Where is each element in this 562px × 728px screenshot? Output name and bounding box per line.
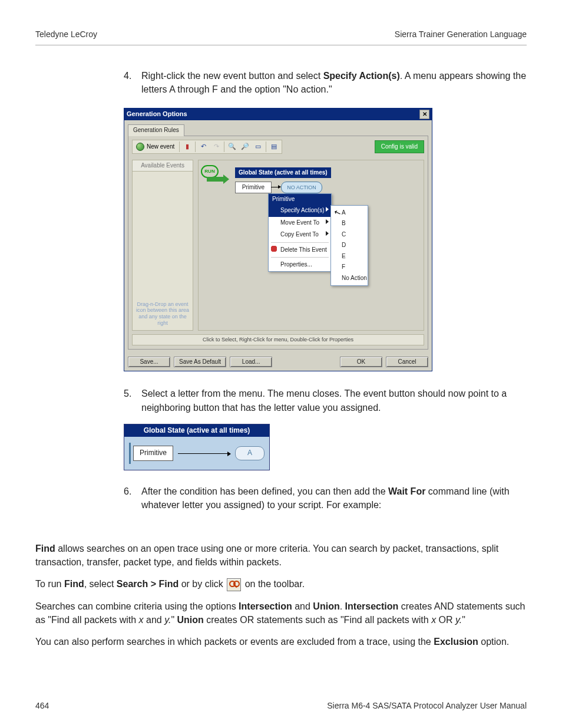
step-6: 6. After the condition has been defined,… (124, 485, 527, 512)
bold-fragment: Intersection (345, 601, 399, 611)
undo-icon[interactable]: ↶ (198, 141, 209, 152)
gs-primitive-box[interactable]: Primitive (133, 446, 173, 460)
submenu-e[interactable]: E (331, 251, 368, 262)
submenu-c[interactable]: C (331, 229, 368, 241)
gs-left-marker (129, 443, 131, 464)
zoom-out-icon[interactable]: 🔎 (240, 141, 250, 152)
submenu-arrow-icon (326, 231, 329, 236)
text-fragment: Right-click the new event button and sel… (141, 71, 323, 81)
gs-title: Global State (active at all times) (124, 424, 269, 437)
save-button[interactable]: Save... (128, 357, 170, 368)
italic-fragment: x (431, 615, 436, 625)
menu-label: Copy Event To (280, 231, 319, 238)
settings-icon[interactable]: ▤ (269, 141, 279, 152)
step-4: 4. Right-click the new event button and … (124, 69, 527, 96)
gs-letter-pill[interactable]: A (235, 446, 265, 460)
cancel-button[interactable]: Cancel (386, 357, 428, 368)
redo-icon[interactable]: ↷ (211, 141, 222, 152)
find-paragraph-3: Searches can combine criteria using the … (35, 599, 527, 627)
save-as-default-button[interactable]: Save As Default (174, 357, 226, 368)
primitive-event-box[interactable]: Primitive (235, 182, 272, 193)
menu-properties[interactable]: Properties... (269, 259, 331, 271)
work-area: Available Events Drag-n-Drop an event ic… (132, 160, 424, 331)
separator (271, 257, 329, 258)
available-events-body[interactable]: Drag-n-Drop an event icon between this a… (132, 171, 193, 331)
text-fragment: and (292, 601, 313, 611)
bold-fragment: Union (177, 615, 204, 625)
submenu-d[interactable]: D (331, 240, 368, 251)
bold-fragment: Search > Find (117, 579, 178, 589)
titlebar[interactable]: Generation Options ✕ (124, 108, 432, 120)
available-events-header: Available Events (132, 160, 193, 172)
tab-strip: Generation Rules (124, 120, 432, 136)
global-state-header: Global State (active at all times) (235, 167, 331, 179)
menu-label: Move Event To (280, 219, 319, 226)
globe-icon (136, 143, 144, 151)
content: 4. Right-click the new event button and … (35, 69, 527, 648)
no-action-pill[interactable]: NO ACTION (281, 182, 322, 193)
submenu-b[interactable]: B (331, 218, 368, 229)
separator (179, 141, 180, 152)
gs-body: Primitive A (124, 437, 269, 470)
load-button[interactable]: Load... (230, 357, 272, 368)
submenu-f[interactable]: F (331, 262, 368, 273)
dialog-title: Generation Options (127, 110, 187, 119)
menu-copy-event-to[interactable]: Copy Event To (269, 229, 331, 241)
menu-label: Delete This Event (280, 246, 327, 253)
status-bar: Click to Select, Right-Click for menu, D… (132, 334, 424, 345)
step-number: 5. (124, 387, 141, 414)
page-header: Teledyne LeCroy Sierra Trainer Generatio… (35, 29, 527, 45)
fit-icon[interactable]: ▭ (253, 141, 263, 152)
text-fragment: " (171, 615, 177, 625)
menu-delete-this-event[interactable]: Delete This Event (269, 244, 331, 256)
text-fragment: creates OR statements such as "Find all … (204, 615, 431, 625)
bold-fragment: Intersection (239, 601, 292, 611)
run-node[interactable]: RUN (201, 165, 219, 178)
menu-specify-action[interactable]: Specify Action(s) (269, 205, 331, 217)
canvas[interactable]: RUN Global State (active at all times) P… (198, 160, 424, 331)
config-valid-badge: Config is valid (375, 140, 424, 154)
page-footer: 464 Sierra M6-4 SAS/SATA Protocol Analyz… (35, 701, 527, 710)
bold-fragment: Specify Action(s) (323, 71, 400, 81)
text-fragment: OR (436, 615, 455, 625)
toolbar: New event ▮ ↶ ↷ 🔍 🔎 ▭ ▤ (132, 140, 282, 154)
separator (271, 242, 329, 243)
submenu-no-action[interactable]: No Action (331, 273, 368, 284)
text-fragment: " (462, 615, 465, 625)
text-fragment: on the toolbar. (242, 579, 305, 589)
toolbar-row: New event ▮ ↶ ↷ 🔍 🔎 ▭ ▤ (132, 140, 424, 154)
find-toolbar-icon[interactable] (227, 578, 241, 591)
step-number: 4. (124, 69, 141, 96)
menu-move-event-to[interactable]: Move Event To (269, 217, 331, 229)
generation-options-dialog: Generation Options ✕ Generation Rules Ne… (124, 108, 432, 371)
available-events-panel: Available Events Drag-n-Drop an event ic… (132, 160, 193, 331)
step-5: 5. Select a letter from the menu. The me… (124, 387, 527, 414)
step-number: 6. (124, 485, 141, 512)
step-text: Right-click the new event button and sel… (141, 69, 527, 96)
close-icon[interactable]: ✕ (419, 110, 429, 119)
bold-fragment: Wait For (388, 486, 425, 496)
text-fragment: allows searches on an open trace using o… (35, 543, 498, 567)
tab-generation-rules[interactable]: Generation Rules (128, 124, 184, 136)
new-event-button[interactable]: New event (135, 143, 177, 151)
zoom-in-icon[interactable]: 🔍 (227, 141, 237, 152)
find-paragraph-4: You can also perform searches in which p… (35, 635, 527, 648)
separator (224, 141, 224, 152)
delete-icon[interactable]: ▮ (182, 141, 193, 152)
ok-button[interactable]: OK (340, 357, 382, 368)
find-paragraph-1: Find allows searches on an open trace us… (35, 542, 527, 569)
step-text: Select a letter from the menu. The menu … (141, 387, 527, 414)
dialog-wrap: Generation Options ✕ Generation Rules Ne… (124, 108, 432, 371)
submenu-arrow-icon (326, 219, 329, 224)
page: Teledyne LeCroy Sierra Trainer Generatio… (0, 0, 562, 728)
text-fragment: Searches can combine criteria using the … (35, 601, 239, 611)
bold-fragment: Find (35, 543, 55, 554)
delete-icon (271, 246, 277, 252)
italic-fragment: x (139, 615, 144, 625)
text-fragment: To run (35, 579, 64, 589)
menu-label: Specify Action(s) (280, 207, 324, 213)
separator (266, 141, 266, 152)
find-paragraph-2: To run Find, select Search > Find or by … (35, 577, 527, 591)
bold-fragment: Union (313, 601, 339, 611)
drag-hint: Drag-n-Drop an event icon between this a… (135, 301, 190, 327)
